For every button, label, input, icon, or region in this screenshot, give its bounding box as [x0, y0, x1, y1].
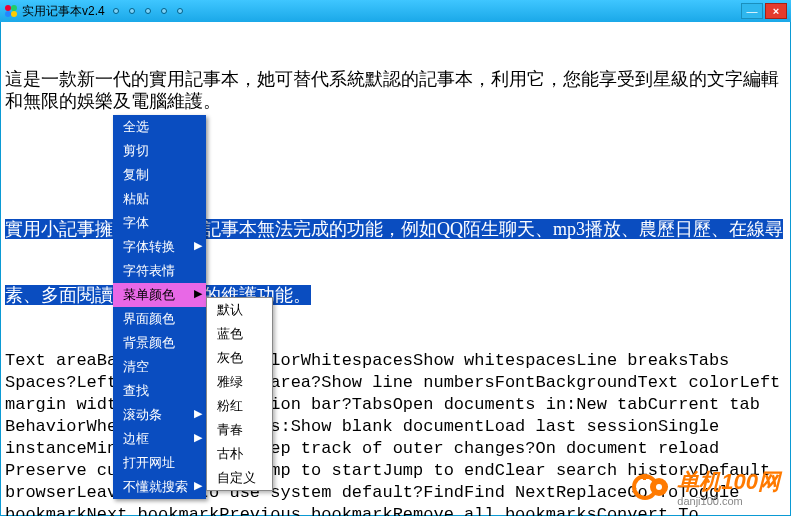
menu-item-14[interactable]: 打开网址 [113, 451, 206, 475]
submenu-arrow-icon: ▶ [194, 407, 202, 420]
menu-item-12[interactable]: 滚动条▶ [113, 403, 206, 427]
menu-item-2[interactable]: 复制 [113, 163, 206, 187]
submenu-item-0[interactable]: 默认 [207, 298, 272, 322]
menu-item-3[interactable]: 粘贴 [113, 187, 206, 211]
submenu-item-3[interactable]: 雅绿 [207, 370, 272, 394]
submenu-arrow-icon: ▶ [194, 239, 202, 252]
menu-item-10[interactable]: 清空 [113, 355, 206, 379]
svg-point-1 [11, 5, 17, 11]
watermark-icon [631, 467, 671, 507]
window-title: 实用记事本v2.4 [22, 3, 105, 20]
watermark-brand: 单机100网 [677, 467, 780, 497]
menu-item-4[interactable]: 字体 [113, 211, 206, 235]
app-icon [4, 4, 18, 18]
title-dots [113, 8, 183, 14]
submenu-arrow-icon: ▶ [194, 479, 202, 492]
menu-item-13[interactable]: 边框▶ [113, 427, 206, 451]
submenu-item-1[interactable]: 蓝色 [207, 322, 272, 346]
context-menu[interactable]: 全选剪切复制粘贴字体字体转换▶字符表情菜单颜色▶界面颜色背景颜色清空查找滚动条▶… [113, 115, 206, 499]
watermark: 单机100网 danji100.com [631, 467, 780, 507]
menu-item-6[interactable]: 字符表情 [113, 259, 206, 283]
submenu-arrow-icon: ▶ [194, 431, 202, 444]
svg-point-2 [5, 11, 11, 17]
menu-item-9[interactable]: 背景颜色 [113, 331, 206, 355]
svg-point-0 [5, 5, 11, 11]
svg-point-3 [11, 11, 17, 17]
menu-item-15[interactable]: 不懂就搜索▶ [113, 475, 206, 499]
menu-item-11[interactable]: 查找 [113, 379, 206, 403]
menu-item-5[interactable]: 字体转换▶ [113, 235, 206, 259]
submenu-item-5[interactable]: 青春 [207, 418, 272, 442]
paragraph-intro: 這是一款新一代的實用記事本，她可替代系統默認的記事本，利用它，您能享受到星級的文… [5, 68, 786, 112]
svg-point-6 [656, 484, 662, 490]
submenu-item-4[interactable]: 粉红 [207, 394, 272, 418]
menu-item-8[interactable]: 界面颜色 [113, 307, 206, 331]
menu-item-0[interactable]: 全选 [113, 115, 206, 139]
menu-item-1[interactable]: 剪切 [113, 139, 206, 163]
submenu-arrow-icon: ▶ [194, 287, 202, 300]
title-bar: 实用记事本v2.4 — × [0, 0, 791, 22]
menu-item-7[interactable]: 菜单颜色▶ [113, 283, 206, 307]
submenu-item-6[interactable]: 古朴 [207, 442, 272, 466]
editor-area[interactable]: 這是一款新一代的實用記事本，她可替代系統默認的記事本，利用它，您能享受到星級的文… [0, 22, 791, 516]
minimize-button[interactable]: — [741, 3, 763, 19]
submenu-item-7[interactable]: 自定义 [207, 466, 272, 490]
submenu-menu-color[interactable]: 默认蓝色灰色雅绿粉红青春古朴自定义 [206, 297, 273, 491]
submenu-item-2[interactable]: 灰色 [207, 346, 272, 370]
svg-rect-8 [639, 476, 650, 479]
close-button[interactable]: × [765, 3, 787, 19]
